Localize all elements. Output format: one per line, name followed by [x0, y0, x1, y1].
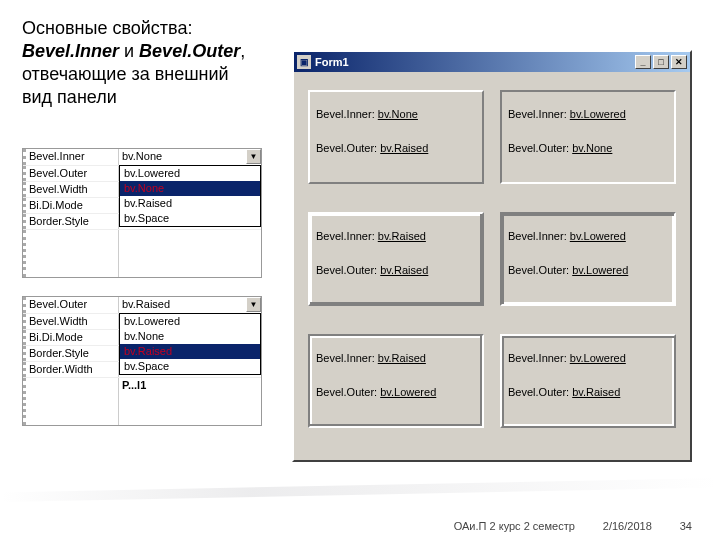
prop-row[interactable]: Bevel.Inner bv.None▼ [23, 149, 261, 165]
prop-row[interactable]: Bevel.Outer bv.Lowered bv.None bv.Raised… [23, 165, 261, 181]
dropdown-item[interactable]: bv.Lowered [120, 314, 260, 329]
form-preview-window: ▣ Form1 _ □ ✕ Bevel.Inner: bv.None Bevel… [292, 50, 692, 462]
dropdown-item[interactable]: bv.Space [120, 211, 260, 226]
property-grid-1: Bevel.Inner bv.None▼ Bevel.Outer bv.Lowe… [22, 148, 262, 278]
prop-name: Bevel.Width [23, 314, 119, 329]
prop-value[interactable]: bv.None▼ [119, 149, 261, 165]
heading-conj: и [119, 41, 139, 61]
dropdown-item[interactable]: bv.Raised [120, 196, 260, 211]
dropdown-item[interactable]: bv.Lowered [120, 166, 260, 181]
prop-bevelinner: Bevel.Inner [22, 41, 119, 61]
slide-footer: ОАи.П 2 курс 2 семестр 2/16/2018 34 [0, 520, 720, 532]
prop-extra: P...l1 [119, 378, 261, 425]
maximize-button[interactable]: □ [653, 55, 669, 69]
prop-name: Bevel.Outer [23, 297, 119, 313]
prop-name: Border.Style [23, 214, 119, 229]
heading-comma: , [240, 41, 245, 61]
prop-name: Bi.Di.Mode [23, 330, 119, 345]
titlebar[interactable]: ▣ Form1 _ □ ✕ [294, 52, 690, 72]
dropdown-item-selected[interactable]: bv.Raised [120, 344, 260, 359]
dropdown-item[interactable]: bv.None [120, 329, 260, 344]
prop-bevelouter: Bevel.Outer [139, 41, 240, 61]
heading-prefix: Основные свойства: [22, 18, 192, 38]
dropdown-button[interactable]: ▼ [246, 297, 261, 312]
minimize-button[interactable]: _ [635, 55, 651, 69]
property-grid-2: Bevel.Outer bv.Raised▼ Bevel.Width bv.Lo… [22, 296, 262, 426]
footer-page: 34 [680, 520, 692, 532]
dropdown-item[interactable]: bv.Space [120, 359, 260, 374]
decorative-swoosh [0, 478, 720, 502]
dropdown-button[interactable]: ▼ [246, 149, 261, 164]
panel-5[interactable]: Bevel.Inner: bv.Raised Bevel.Outer: bv.L… [308, 334, 484, 428]
prop-value[interactable]: bv.Raised▼ [119, 297, 261, 313]
prop-name: Bi.Di.Mode [23, 198, 119, 213]
heading-line1: Основные свойства: [22, 18, 698, 39]
window-title: Form1 [315, 56, 349, 68]
close-button[interactable]: ✕ [671, 55, 687, 69]
app-icon: ▣ [297, 55, 311, 69]
form-canvas: Bevel.Inner: bv.None Bevel.Outer: bv.Rai… [294, 72, 690, 460]
property-grids: Bevel.Inner bv.None▼ Bevel.Outer bv.Lowe… [22, 148, 272, 444]
panel-6[interactable]: Bevel.Inner: bv.Lowered Bevel.Outer: bv.… [500, 334, 676, 428]
panel-1[interactable]: Bevel.Inner: bv.None Bevel.Outer: bv.Rai… [308, 90, 484, 184]
prop-name: Bevel.Inner [23, 149, 119, 165]
footer-course: ОАи.П 2 курс 2 семестр [454, 520, 575, 532]
prop-name: Border.Width [23, 362, 119, 377]
panel-3[interactable]: Bevel.Inner: bv.Raised Bevel.Outer: bv.R… [308, 212, 484, 306]
panel-2[interactable]: Bevel.Inner: bv.Lowered Bevel.Outer: bv.… [500, 90, 676, 184]
prop-row[interactable]: Bevel.Outer bv.Raised▼ [23, 297, 261, 313]
panel-4[interactable]: Bevel.Inner: bv.Lowered Bevel.Outer: bv.… [500, 212, 676, 306]
prop-name: Bevel.Width [23, 182, 119, 197]
prop-name: Border.Style [23, 346, 119, 361]
prop-row[interactable]: Bevel.Width bv.Lowered bv.None bv.Raised… [23, 313, 261, 329]
dropdown-list[interactable]: bv.Lowered bv.None bv.Raised bv.Space [119, 165, 261, 227]
prop-name: Bevel.Outer [23, 166, 119, 181]
dropdown-item-selected[interactable]: bv.None [120, 181, 260, 196]
dropdown-list[interactable]: bv.Lowered bv.None bv.Raised bv.Space [119, 313, 261, 375]
footer-date: 2/16/2018 [603, 520, 652, 532]
